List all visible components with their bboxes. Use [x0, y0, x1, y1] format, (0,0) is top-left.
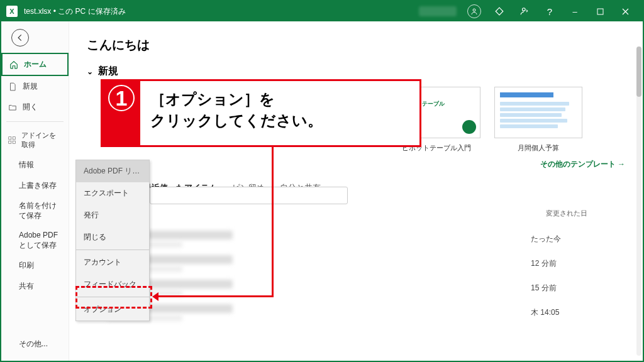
search-input-stub[interactable]: [150, 187, 348, 204]
diamond-icon[interactable]: [487, 1, 512, 21]
annotation-text: ［オプション］をクリックしてください。: [140, 81, 419, 145]
account-icon[interactable]: [462, 1, 487, 21]
nav-new-label: 新規: [23, 81, 38, 92]
backstage-sidebar: ホーム 新規 開く アドインを取得 情報 上書き保存 名前を付けて保存 Adob…: [1, 21, 69, 361]
annotation-arrow-icon: [152, 292, 158, 301]
menu-publish[interactable]: 発行: [76, 204, 149, 226]
nav-info[interactable]: 情報: [1, 155, 69, 175]
svg-point-0: [473, 9, 475, 11]
user-name-blur: [419, 6, 457, 16]
menu-export[interactable]: エクスポート: [76, 182, 149, 204]
addins-icon: [8, 135, 16, 145]
menu-adobe-pdf[interactable]: Adobe PDF リ…: [76, 160, 149, 182]
greeting-heading: こんにちは: [87, 36, 625, 53]
document-icon: [8, 82, 18, 92]
more-templates-link[interactable]: その他のテンプレート →: [87, 159, 625, 170]
file-date: 木 14:05: [531, 307, 625, 318]
maximize-button[interactable]: [587, 1, 613, 21]
file-row[interactable]: 12 分前: [87, 251, 625, 276]
folder-open-icon: [8, 102, 18, 112]
file-date: 15 分前: [531, 283, 625, 293]
window-title: test.xlsx • この PC に保存済み: [24, 6, 126, 17]
help-icon[interactable]: ?: [537, 1, 562, 21]
menu-close[interactable]: 閉じる: [76, 226, 149, 248]
annotation-line-vertical: [272, 147, 274, 297]
menu-account[interactable]: アカウント: [76, 251, 149, 273]
svg-rect-3: [9, 137, 11, 140]
pivot-play-icon: [462, 120, 476, 134]
scrollbar[interactable]: [636, 47, 641, 356]
home-icon: [9, 60, 19, 70]
menu-options[interactable]: オプション: [76, 299, 149, 321]
app-window: X test.xlsx • この PC に保存済み ? – ホーム: [0, 0, 644, 362]
svg-point-1: [523, 8, 526, 11]
nav-addins-label: アドインを取得: [21, 131, 62, 150]
nav-save-as-pdf[interactable]: Adobe PDF として保存: [1, 226, 69, 255]
svg-rect-5: [9, 141, 11, 143]
nav-open[interactable]: 開く: [1, 97, 69, 118]
nav-save-as[interactable]: 名前を付けて保存: [1, 196, 69, 226]
template-budget[interactable]: 月間個人予算: [494, 87, 582, 153]
nav-share[interactable]: 共有: [1, 276, 69, 297]
nav-home-label: ホーム: [24, 59, 47, 70]
overflow-menu: Adobe PDF リ… エクスポート 発行 閉じる アカウント フィードバック…: [75, 160, 150, 321]
annotation-callout: 1 ［オプション］をクリックしてください。: [101, 79, 421, 147]
file-row[interactable]: 木 14:05: [87, 300, 625, 325]
section-new-heading[interactable]: ⌄ 新規: [87, 65, 625, 78]
chevron-down-icon: ⌄: [87, 67, 93, 76]
recent-header: 変更された日: [87, 209, 625, 223]
menu-feedback[interactable]: フィードバック: [76, 273, 149, 295]
annotation-step-number: 1: [103, 81, 140, 145]
nav-other[interactable]: その他...: [1, 334, 69, 354]
svg-rect-2: [597, 9, 603, 14]
file-row[interactable]: たった今: [87, 227, 625, 251]
column-modified-date: 変更された日: [546, 209, 587, 218]
svg-rect-4: [13, 137, 15, 140]
person-badge-icon[interactable]: [512, 1, 537, 21]
nav-print[interactable]: 印刷: [1, 255, 69, 276]
titlebar: X test.xlsx • この PC に保存済み ? –: [1, 1, 643, 21]
nav-home[interactable]: ホーム: [1, 53, 69, 76]
back-button[interactable]: [11, 29, 29, 47]
scrollbar-thumb[interactable]: [636, 47, 641, 97]
file-date: 12 分前: [531, 258, 625, 269]
template-budget-label: 月間個人予算: [518, 143, 559, 153]
nav-save[interactable]: 上書き保存: [1, 175, 69, 196]
svg-rect-6: [13, 141, 15, 143]
nav-new[interactable]: 新規: [1, 76, 69, 97]
close-button[interactable]: [613, 1, 638, 21]
nav-get-addins[interactable]: アドインを取得: [1, 126, 69, 155]
nav-open-label: 開く: [23, 102, 38, 112]
excel-app-icon: X: [6, 6, 18, 17]
annotation-line-horizontal: [157, 295, 274, 297]
file-date: たった今: [531, 234, 625, 244]
minimize-button[interactable]: –: [562, 1, 587, 21]
